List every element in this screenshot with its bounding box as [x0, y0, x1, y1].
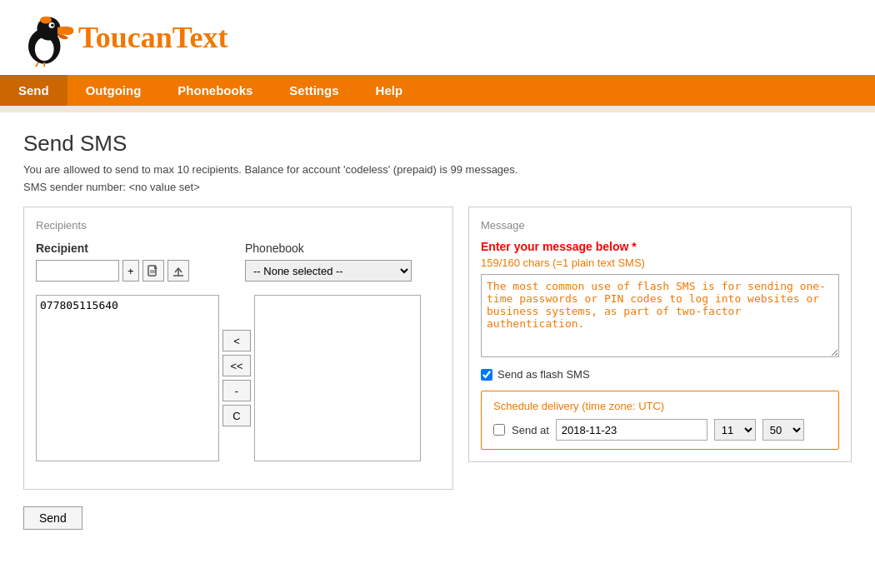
svg-line-6 [35, 62, 38, 67]
flash-sms-label: Send as flash SMS [498, 368, 590, 381]
message-enter-label: Enter your message below * [481, 240, 839, 253]
main-content: Send SMS You are allowed to send to max … [0, 112, 875, 548]
schedule-date-input[interactable] [556, 419, 708, 441]
svg-point-5 [40, 17, 52, 24]
two-columns: Recipients Recipient + [23, 207, 852, 490]
recipient-input[interactable] [36, 260, 119, 282]
sender-text: SMS sender number: <no value set> [23, 181, 852, 193]
nav-outgoing[interactable]: Outgoing [68, 75, 160, 106]
schedule-checkbox[interactable] [493, 424, 505, 436]
file-icon [148, 265, 159, 277]
char-count: 159/160 chars (=1 plain text SMS) [481, 257, 839, 269]
clear-button[interactable]: C [222, 405, 251, 426]
main-nav: Send Outgoing Phonebooks Settings Help [0, 75, 875, 106]
schedule-send-label: Send at [512, 424, 549, 436]
phonebook-list[interactable] [254, 295, 421, 461]
recipient-col-label: Recipient [36, 242, 232, 255]
message-textarea[interactable]: The most common use of flash SMS is for … [481, 274, 839, 357]
nav-phonebooks[interactable]: Phonebooks [159, 75, 271, 106]
recipient-col: Recipient + [36, 242, 232, 287]
recipient-input-row: + [36, 260, 232, 282]
recipients-header-row: Recipient + [36, 242, 441, 287]
logo-text: ToucanText [78, 22, 228, 52]
message-section-label: Message [481, 219, 839, 232]
import-file-button[interactable] [142, 260, 164, 282]
page-title: Send SMS [23, 131, 852, 157]
logo-bar: ToucanText [0, 0, 875, 75]
transfer-one-button[interactable]: < [222, 330, 251, 351]
transfer-all-button[interactable]: << [222, 355, 251, 376]
nav-send[interactable]: Send [0, 75, 68, 106]
schedule-minute-select[interactable]: 00051015 20253035 40455055 [762, 419, 804, 441]
phonebook-select[interactable]: -- None selected -- [245, 260, 412, 282]
message-panel: Message Enter your message below * 159/1… [468, 207, 852, 462]
remove-one-button[interactable]: - [222, 380, 251, 401]
recipient-list[interactable]: 077805115640 [36, 295, 219, 461]
transfer-buttons: < << - C [222, 330, 251, 426]
svg-point-4 [51, 23, 54, 27]
schedule-title: Schedule delivery (time zone: UTC) [493, 400, 827, 412]
nav-settings[interactable]: Settings [271, 75, 357, 106]
info-text: You are allowed to send to max 10 recipi… [23, 163, 852, 176]
toucan-logo-icon [17, 8, 75, 67]
svg-point-1 [35, 37, 54, 61]
recipients-panel: Recipients Recipient + [23, 207, 453, 490]
send-button-row: Send [23, 506, 852, 530]
flash-sms-row: Send as flash SMS [481, 368, 839, 381]
upload-icon [172, 265, 184, 277]
send-button[interactable]: Send [23, 506, 82, 530]
sub-bar [0, 106, 875, 112]
nav-help[interactable]: Help [358, 75, 422, 106]
recipients-legend: Recipients [36, 219, 441, 232]
flash-sms-checkbox[interactable] [481, 369, 492, 381]
schedule-section: Schedule delivery (time zone: UTC) Send … [481, 391, 839, 450]
schedule-hour-select[interactable]: 11 00010203 04050607 080910 12131415 161… [714, 419, 756, 441]
add-recipient-button[interactable]: + [122, 260, 139, 282]
schedule-row: Send at 11 00010203 04050607 080910 1213… [493, 419, 827, 441]
phonebook-col-label: Phonebook [245, 242, 441, 255]
upload-button[interactable] [168, 260, 189, 282]
phonebook-col: Phonebook -- None selected -- [245, 242, 441, 287]
lists-row: 077805115640 < << - C [36, 295, 441, 461]
